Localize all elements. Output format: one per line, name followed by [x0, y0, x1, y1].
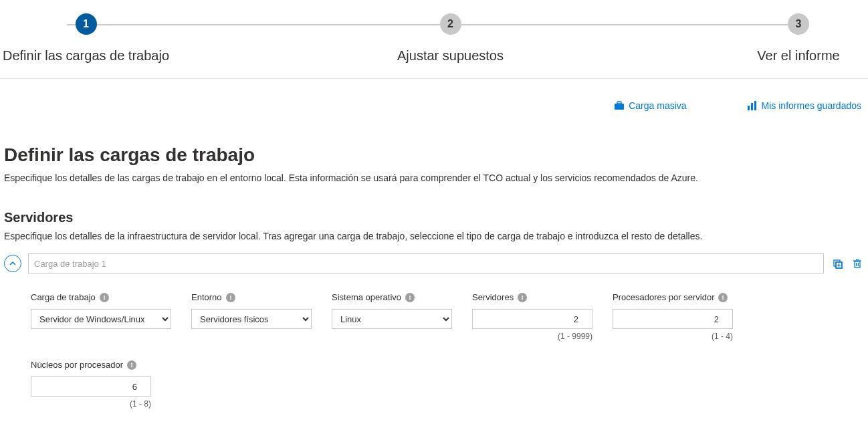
bulk-upload-link[interactable]: Carga masiva — [614, 100, 686, 111]
info-icon[interactable] — [100, 293, 109, 302]
os-select[interactable]: Linux — [332, 309, 452, 329]
svg-rect-3 — [751, 103, 753, 110]
step-number-3: 3 — [788, 13, 809, 35]
workload-type-label: Carga de trabajo — [31, 292, 171, 302]
svg-rect-10 — [855, 261, 860, 267]
collapse-toggle[interactable] — [4, 255, 21, 272]
procs-label: Procesadores por servidor — [613, 292, 733, 302]
chart-icon — [747, 100, 758, 111]
step-label-2: Ajustar supuestos — [397, 48, 504, 64]
info-icon[interactable] — [518, 293, 527, 302]
svg-rect-24 — [723, 297, 724, 300]
briefcase-icon — [614, 100, 625, 111]
step-number-2: 2 — [440, 13, 461, 35]
svg-rect-20 — [409, 297, 410, 300]
svg-point-25 — [131, 363, 132, 364]
info-icon[interactable] — [718, 293, 728, 302]
page-title: Definir las cargas de trabajo — [4, 144, 864, 166]
duplicate-button[interactable] — [831, 257, 844, 270]
svg-point-17 — [230, 296, 231, 297]
svg-rect-0 — [615, 104, 624, 110]
servers-heading: Servidores — [4, 210, 864, 225]
saved-reports-label: Mis informes guardados — [762, 100, 861, 111]
servers-count-input[interactable] — [472, 309, 592, 329]
servers-count-label: Servidores — [472, 292, 592, 302]
info-icon[interactable] — [405, 293, 415, 302]
info-icon[interactable] — [127, 360, 136, 370]
saved-reports-link[interactable]: Mis informes guardados — [747, 100, 861, 111]
svg-rect-4 — [754, 101, 756, 110]
step-report[interactable]: 3 Ver el informe — [732, 13, 865, 64]
svg-rect-16 — [104, 297, 104, 300]
chevron-up-icon — [9, 259, 17, 267]
cores-input[interactable] — [31, 376, 151, 397]
page-subtitle: Especifique los detalles de las cargas d… — [4, 173, 864, 183]
copy-icon — [832, 258, 843, 269]
step-assumptions[interactable]: 2 Ajustar supuestos — [384, 13, 518, 64]
step-label-3: Ver el informe — [757, 48, 839, 64]
workload-name-input[interactable] — [28, 253, 824, 273]
svg-point-21 — [522, 296, 523, 297]
environment-label: Entorno — [191, 292, 312, 302]
cores-hint: (1 - 8) — [31, 399, 151, 409]
stepper: 1 Definir las cargas de trabajo 2 Ajusta… — [0, 13, 868, 64]
step-label-1: Definir las cargas de trabajo — [3, 48, 169, 64]
trash-icon — [852, 258, 863, 269]
servers-desc: Especifique los detalles de la infraestr… — [4, 231, 864, 241]
workload-type-select[interactable]: Servidor de Windows/Linux — [31, 309, 171, 329]
svg-rect-26 — [131, 364, 132, 367]
servers-count-hint: (1 - 9999) — [472, 332, 592, 341]
os-label: Sistema operativo — [332, 292, 452, 302]
procs-input[interactable] — [613, 309, 733, 329]
svg-point-23 — [722, 296, 724, 297]
delete-button[interactable] — [851, 257, 864, 270]
svg-rect-1 — [617, 102, 621, 104]
step-define[interactable]: 1 Definir las cargas de trabajo — [3, 13, 169, 64]
bulk-upload-label: Carga masiva — [629, 100, 686, 111]
svg-rect-2 — [748, 106, 750, 110]
procs-hint: (1 - 4) — [613, 332, 733, 341]
cores-label: Núcleos por procesador — [31, 360, 151, 370]
svg-rect-18 — [230, 297, 231, 300]
step-number-1: 1 — [76, 13, 97, 35]
environment-select[interactable]: Servidores físicos — [191, 309, 312, 329]
svg-point-15 — [104, 296, 105, 297]
info-icon[interactable] — [226, 293, 235, 302]
svg-point-19 — [409, 296, 411, 297]
svg-rect-22 — [522, 297, 522, 300]
